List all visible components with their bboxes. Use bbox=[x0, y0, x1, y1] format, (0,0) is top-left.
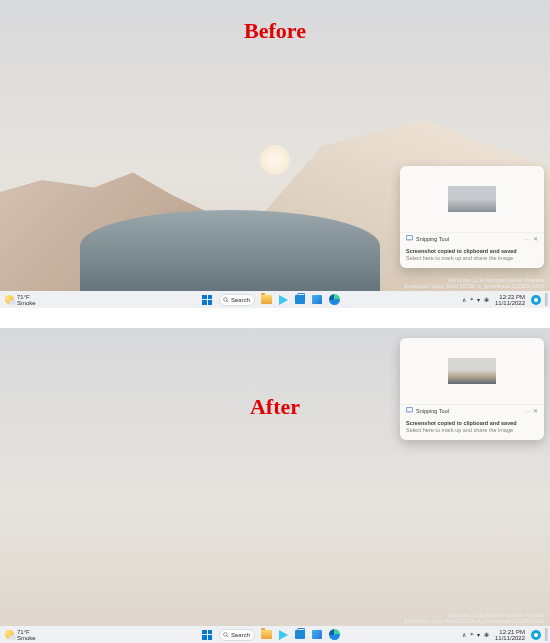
toast-subtitle: Select here to mark up and share the ima… bbox=[406, 255, 538, 262]
toast-header: Snipping Tool ··· ✕ bbox=[400, 404, 544, 416]
search-label: Search bbox=[231, 297, 250, 303]
windows-watermark: Windows 11 Enterprise Insider Preview Ev… bbox=[404, 277, 544, 290]
tray-chevron-icon[interactable]: ∧ bbox=[462, 296, 466, 303]
weather-condition: Smoke bbox=[17, 300, 36, 306]
weather-widget[interactable]: 71°F Smoke bbox=[0, 629, 80, 641]
toast-close-button[interactable]: ✕ bbox=[533, 407, 538, 414]
clock[interactable]: 12:21 PM 11/11/2022 bbox=[493, 629, 527, 641]
location-icon[interactable]: ⌖ bbox=[470, 296, 473, 303]
edge-icon bbox=[329, 294, 340, 305]
volume-icon[interactable]: ❃ bbox=[484, 296, 489, 303]
show-desktop-button[interactable] bbox=[545, 628, 548, 641]
svg-line-2 bbox=[227, 300, 229, 302]
toast-subtitle: Select here to mark up and share the ima… bbox=[406, 427, 538, 434]
network-icon[interactable]: ▾ bbox=[477, 296, 480, 303]
before-screenshot: Before Snipping Tool ··· ✕ Screenshot co… bbox=[0, 0, 550, 308]
play-icon bbox=[279, 630, 288, 640]
toast-app-name: Snipping Tool bbox=[416, 236, 449, 242]
system-tray[interactable]: ∧ ⌖ ▾ ❃ bbox=[462, 631, 489, 638]
toast-thumbnail-area bbox=[400, 338, 544, 404]
taskbar-center: Search bbox=[80, 629, 462, 641]
store-icon bbox=[295, 295, 305, 304]
taskbar-center: Search bbox=[80, 294, 462, 306]
system-tray[interactable]: ∧ ⌖ ▾ ❃ bbox=[462, 296, 489, 303]
file-explorer-button[interactable] bbox=[261, 629, 272, 640]
search-box[interactable]: Search bbox=[219, 294, 255, 306]
start-button[interactable] bbox=[202, 629, 213, 640]
clock-time: 12:22 PM bbox=[495, 294, 525, 300]
toast-thumbnail bbox=[448, 358, 496, 384]
location-icon[interactable]: ⌖ bbox=[470, 631, 473, 638]
clock-date: 11/11/2022 bbox=[495, 635, 525, 641]
folder-icon bbox=[261, 630, 272, 639]
toast-header: Snipping Tool ··· ✕ bbox=[400, 232, 544, 244]
toast-thumbnail-area bbox=[400, 166, 544, 232]
after-screenshot: After Snipping Tool ··· ✕ Screenshot cop… bbox=[0, 328, 550, 643]
toast-body[interactable]: Screenshot copied to clipboard and saved… bbox=[400, 416, 544, 440]
edge-button[interactable] bbox=[329, 629, 340, 640]
toast-body[interactable]: Screenshot copied to clipboard and saved… bbox=[400, 244, 544, 268]
file-explorer-button[interactable] bbox=[261, 294, 272, 305]
volume-icon[interactable]: ❃ bbox=[484, 631, 489, 638]
toast-more-button[interactable]: ··· bbox=[525, 236, 530, 242]
media-player-button[interactable] bbox=[278, 629, 289, 640]
toast-thumbnail bbox=[448, 186, 496, 212]
microsoft-store-button[interactable] bbox=[295, 294, 306, 305]
photos-button[interactable] bbox=[312, 294, 323, 305]
search-icon bbox=[223, 297, 229, 303]
wallpaper-sun bbox=[260, 145, 290, 175]
weather-icon bbox=[5, 630, 14, 639]
weather-icon bbox=[5, 295, 14, 304]
edge-button[interactable] bbox=[329, 294, 340, 305]
play-icon bbox=[279, 295, 288, 305]
account-icon[interactable] bbox=[531, 630, 541, 640]
taskbar-right: ∧ ⌖ ▾ ❃ 12:22 PM 11/11/2022 bbox=[462, 293, 550, 306]
photos-icon bbox=[312, 630, 322, 639]
clock-time: 12:21 PM bbox=[495, 629, 525, 635]
microsoft-store-button[interactable] bbox=[295, 629, 306, 640]
toast-title: Screenshot copied to clipboard and saved bbox=[406, 420, 538, 427]
toast-close-button[interactable]: ✕ bbox=[533, 235, 538, 242]
svg-line-5 bbox=[227, 635, 229, 637]
snipping-tool-toast[interactable]: Snipping Tool ··· ✕ Screenshot copied to… bbox=[400, 166, 544, 268]
taskbar-right: ∧ ⌖ ▾ ❃ 12:21 PM 11/11/2022 bbox=[462, 628, 550, 641]
media-player-button[interactable] bbox=[278, 294, 289, 305]
search-box[interactable]: Search bbox=[219, 629, 255, 641]
clock[interactable]: 12:22 PM 11/11/2022 bbox=[493, 294, 527, 306]
start-button[interactable] bbox=[202, 294, 213, 305]
taskbar: 71°F Smoke Search ∧ ⌖ ▾ ❃ 12:22 bbox=[0, 291, 550, 308]
toast-app-name: Snipping Tool bbox=[416, 408, 449, 414]
toast-title: Screenshot copied to clipboard and saved bbox=[406, 248, 538, 255]
toast-more-button[interactable]: ··· bbox=[525, 408, 530, 414]
edge-icon bbox=[329, 629, 340, 640]
photos-button[interactable] bbox=[312, 629, 323, 640]
windows-watermark: Windows 11 Enterprise Insider Preview Ev… bbox=[404, 612, 544, 625]
show-desktop-button[interactable] bbox=[545, 293, 548, 306]
search-label: Search bbox=[231, 632, 250, 638]
snipping-tool-icon bbox=[406, 407, 413, 414]
tray-chevron-icon[interactable]: ∧ bbox=[462, 631, 466, 638]
taskbar: 71°F Smoke Search ∧ ⌖ ▾ ❃ 12:21 bbox=[0, 626, 550, 643]
snipping-tool-icon bbox=[406, 235, 413, 242]
account-icon[interactable] bbox=[531, 295, 541, 305]
store-icon bbox=[295, 630, 305, 639]
annotation-before: Before bbox=[0, 18, 550, 44]
folder-icon bbox=[261, 295, 272, 304]
clock-date: 11/11/2022 bbox=[495, 300, 525, 306]
weather-condition: Smoke bbox=[17, 635, 36, 641]
photos-icon bbox=[312, 295, 322, 304]
weather-widget[interactable]: 71°F Smoke bbox=[0, 294, 80, 306]
network-icon[interactable]: ▾ bbox=[477, 631, 480, 638]
search-icon bbox=[223, 632, 229, 638]
snipping-tool-toast[interactable]: Snipping Tool ··· ✕ Screenshot copied to… bbox=[400, 338, 544, 440]
